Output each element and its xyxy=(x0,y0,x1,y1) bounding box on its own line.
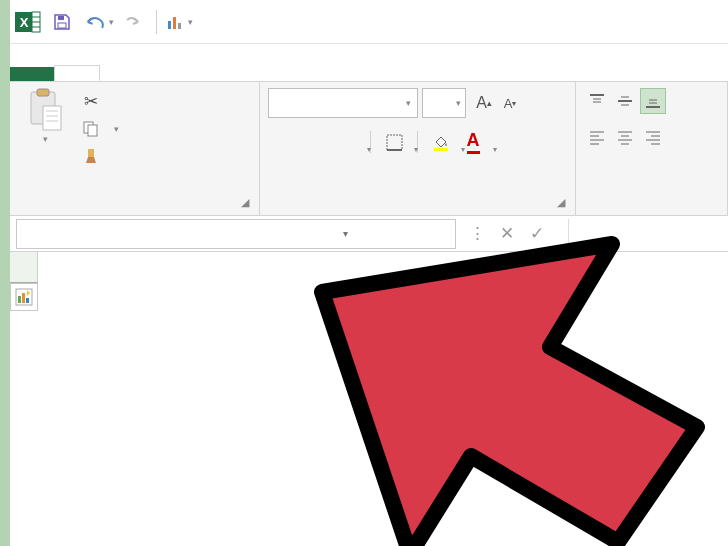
ribbon-tabs xyxy=(10,44,728,82)
font-name-combo[interactable]: ▾ xyxy=(268,88,418,118)
fill-color-button[interactable]: ▾ xyxy=(426,128,456,156)
name-box[interactable]: ▾ xyxy=(16,219,456,249)
clipboard-launcher[interactable]: ◢ xyxy=(241,196,249,209)
tab-data[interactable] xyxy=(232,67,276,81)
scissors-icon: ✂ xyxy=(80,90,102,112)
svg-rect-19 xyxy=(88,149,94,157)
group-clipboard: ▾ ✂ ▾ xyxy=(10,82,260,215)
worksheet-grid[interactable] xyxy=(10,252,728,283)
group-label-font: ◢ xyxy=(268,207,567,213)
excel-window: X ▾ ▾ xyxy=(10,0,728,546)
align-top-button[interactable] xyxy=(584,88,610,114)
svg-rect-18 xyxy=(88,125,97,136)
svg-rect-20 xyxy=(387,135,402,150)
svg-rect-8 xyxy=(168,21,171,29)
excel-app-icon: X xyxy=(14,8,42,36)
font-size-combo[interactable]: ▾ xyxy=(422,88,466,118)
select-all-corner[interactable] xyxy=(10,252,38,283)
svg-rect-22 xyxy=(434,148,448,151)
svg-rect-12 xyxy=(37,89,49,96)
tab-home[interactable] xyxy=(54,65,100,81)
redo-button[interactable] xyxy=(118,6,150,38)
paintbrush-icon xyxy=(80,146,102,168)
align-right-button[interactable] xyxy=(640,124,666,150)
tab-formulas[interactable] xyxy=(188,67,232,81)
quick-analysis-button[interactable] xyxy=(10,283,38,311)
ribbon: ▾ ✂ ▾ xyxy=(10,82,728,216)
group-font: ▾ ▾ A▴ A▾ ▾ ▾ xyxy=(260,82,576,215)
titlebar: X ▾ ▾ xyxy=(10,0,728,44)
tab-file[interactable] xyxy=(10,67,54,81)
svg-rect-47 xyxy=(26,298,29,303)
tab-page-layout[interactable] xyxy=(144,67,188,81)
increase-font-button[interactable]: A▴ xyxy=(472,89,496,117)
tab-insert[interactable] xyxy=(100,67,144,81)
formula-bar-row: ▾ ⋮ ✕ ✓ xyxy=(10,216,728,252)
svg-text:X: X xyxy=(20,15,29,30)
copy-icon xyxy=(80,118,102,140)
cut-button[interactable]: ✂ xyxy=(80,90,119,112)
align-center-button[interactable] xyxy=(612,124,638,150)
formula-bar[interactable] xyxy=(568,219,728,249)
font-color-button[interactable]: A▾ xyxy=(458,128,488,156)
cancel-formula-button[interactable]: ✕ xyxy=(492,219,522,249)
svg-rect-9 xyxy=(173,17,176,29)
underline-button[interactable]: ▾ xyxy=(332,128,362,156)
align-middle-button[interactable] xyxy=(612,88,638,114)
enter-formula-button[interactable]: ✓ xyxy=(522,219,552,249)
svg-rect-46 xyxy=(22,293,25,303)
align-bottom-button[interactable] xyxy=(640,88,666,114)
formula-dots[interactable]: ⋮ xyxy=(462,219,492,249)
qat-separator xyxy=(156,10,157,34)
borders-button[interactable]: ▾ xyxy=(379,128,409,156)
svg-rect-13 xyxy=(43,106,61,130)
quick-chart-button[interactable]: ▾ xyxy=(163,6,195,38)
group-label-clipboard: ◢ xyxy=(18,207,251,213)
undo-button[interactable]: ▾ xyxy=(82,6,114,38)
group-alignment xyxy=(576,82,728,215)
save-button[interactable] xyxy=(46,6,78,38)
paste-button[interactable]: ▾ xyxy=(18,88,72,144)
italic-button[interactable] xyxy=(300,128,330,156)
group-label-alignment xyxy=(584,190,719,213)
copy-button[interactable]: ▾ xyxy=(80,118,119,140)
decrease-font-button[interactable]: A▾ xyxy=(498,89,522,117)
font-launcher[interactable]: ◢ xyxy=(557,196,565,209)
svg-rect-6 xyxy=(58,16,64,20)
bold-button[interactable] xyxy=(268,128,298,156)
svg-rect-7 xyxy=(58,23,66,28)
format-painter-button[interactable] xyxy=(80,146,119,168)
align-left-button[interactable] xyxy=(584,124,610,150)
svg-rect-45 xyxy=(18,296,21,303)
svg-rect-10 xyxy=(178,23,181,29)
